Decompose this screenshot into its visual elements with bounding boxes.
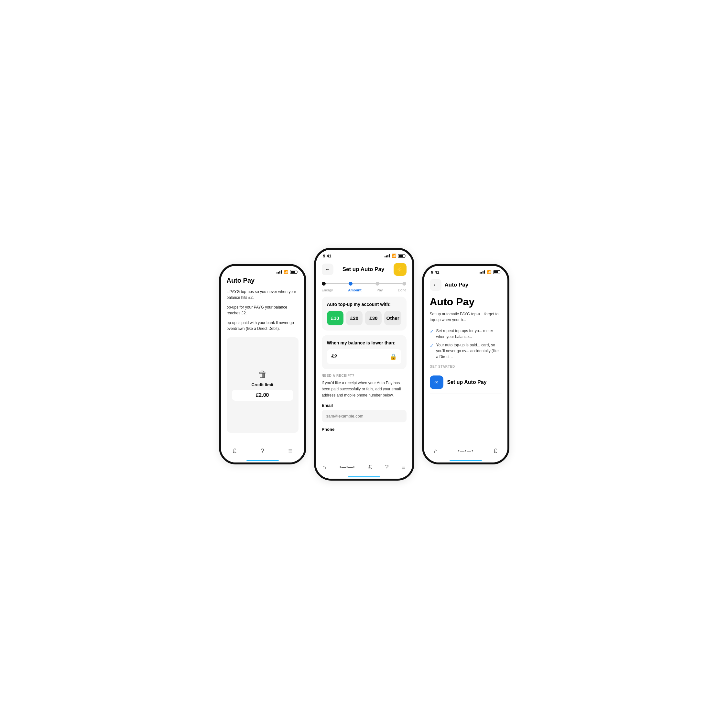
setup-btn-text: Set up Auto Pay — [447, 379, 487, 385]
nav-item-billing[interactable]: £ — [494, 447, 497, 455]
nav-item-usage[interactable]: •—•—• — [340, 464, 355, 470]
infinity-icon: ∞ — [434, 379, 439, 385]
nav-item-home[interactable]: ⌂ — [434, 447, 438, 455]
check-item-1-text: Set repeat top-ups for yo... meter when … — [436, 328, 502, 340]
nav-item-usage[interactable]: •—•—• — [458, 448, 474, 453]
trash-icon: 🗑 — [258, 369, 267, 380]
left-status-icons: 📶 — [277, 270, 297, 274]
amount-option-30[interactable]: £30 — [365, 311, 382, 325]
battery-icon — [290, 270, 297, 274]
left-body-text2: op-ups for your PAYG your balance reache… — [227, 304, 298, 316]
check-icon-2: ✓ — [430, 343, 434, 349]
back-icon: ← — [325, 266, 330, 272]
step-label-pay: Pay — [376, 288, 382, 292]
check-item-2: ✓ Your auto top-up is paid... card, so y… — [430, 342, 502, 359]
right-body: Auto Pay Set up automatic PAYG top-u... … — [424, 293, 508, 456]
amount-option-10[interactable]: £10 — [327, 311, 343, 325]
check-item-1: ✓ Set repeat top-ups for yo... meter whe… — [430, 328, 502, 340]
right-bottom-nav: ⌂ •—•—• £ — [424, 442, 508, 456]
center-status-bar: 9:41 📶 — [316, 250, 412, 260]
center-header: ← Set up Auto Pay ⚡ — [316, 260, 412, 278]
left-content: Auto Pay c PAYG top-ups so you never whe… — [221, 275, 304, 455]
battery-icon — [398, 254, 405, 258]
step-dot-pay — [375, 282, 379, 286]
amount-option-other[interactable]: Other — [384, 311, 401, 325]
check-item-2-text: Your auto top-up is paid... card, so you… — [436, 342, 502, 359]
setup-autopay-button[interactable]: ∞ Set up Auto Pay — [430, 371, 502, 394]
amount-card-title: Auto top-up my account with: — [327, 302, 401, 307]
step-label-done: Done — [398, 288, 406, 292]
center-status-icons: 📶 — [385, 254, 405, 258]
signal-icon — [277, 271, 282, 274]
center-bottom-nav: ⌂ •—•—• £ ? ≡ — [316, 458, 412, 472]
amount-options: £10 £20 £30 Other — [327, 311, 401, 325]
bolt-icon: ⚡ — [396, 266, 404, 273]
nav-item-help[interactable]: ? — [385, 463, 388, 471]
center-content: ← Set up Auto Pay ⚡ — [316, 260, 412, 472]
phone-right: 9:41 📶 ← Auto Pay Auto Pay Set up — [422, 264, 509, 464]
amount-card: Auto top-up my account with: £10 £20 £30… — [322, 297, 407, 330]
step-label-amount: Amount — [348, 288, 362, 292]
right-back-button[interactable]: ← — [430, 279, 442, 291]
right-header-title: Auto Pay — [445, 282, 469, 288]
step-dot-done — [402, 282, 406, 286]
nav-item-billing[interactable]: £ — [233, 447, 236, 455]
get-started-label: GET STARTED — [430, 365, 502, 369]
lock-icon: 🔒 — [390, 353, 397, 360]
left-bottom-nav: £ ? ≡ — [221, 442, 304, 462]
step-label-energy: Energy — [322, 288, 333, 292]
back-icon: ← — [433, 282, 438, 288]
center-time: 9:41 — [323, 254, 332, 258]
balance-value: £2 — [332, 354, 337, 359]
steps-line — [322, 282, 407, 286]
credit-limit-value: £2.00 — [232, 390, 293, 401]
nav-item-home[interactable]: ⌂ — [323, 463, 326, 471]
phone-field-label: Phone — [322, 427, 407, 432]
center-body: Auto top-up my account with: £10 £20 £30… — [316, 297, 412, 472]
nav-item-menu[interactable]: ≡ — [288, 447, 292, 455]
left-title: Auto Pay — [227, 275, 298, 284]
left-status-bar: 📶 — [221, 266, 304, 275]
step-dot-amount — [349, 282, 353, 286]
email-input[interactable] — [322, 410, 407, 422]
credit-limit-label: Credit limit — [252, 382, 274, 387]
autopay-subtitle: Set up automatic PAYG top-u... forget to… — [430, 311, 502, 323]
phone-center: 9:41 📶 ← Set up Auto Pay ⚡ — [314, 248, 414, 480]
step-line-2 — [353, 283, 375, 284]
wifi-icon: 📶 — [392, 254, 396, 258]
nav-item-menu[interactable]: ≡ — [402, 463, 405, 471]
wifi-icon: 📶 — [487, 270, 492, 274]
right-content: ← Auto Pay Auto Pay Set up automatic PAY… — [424, 276, 508, 456]
wifi-icon: 📶 — [284, 270, 289, 274]
left-body-text1: c PAYG top-ups so you never when your ba… — [227, 289, 298, 300]
nav-item-help[interactable]: ? — [261, 447, 264, 455]
autopay-big-title: Auto Pay — [430, 296, 502, 308]
right-time: 9:41 — [431, 270, 439, 275]
balance-card-title: When my balance is lower than: — [327, 340, 401, 346]
right-header: ← Auto Pay — [424, 276, 508, 293]
bolt-button[interactable]: ⚡ — [394, 263, 407, 276]
step-dot-energy — [322, 282, 326, 286]
receipt-label: NEED A RECEIPT? — [322, 374, 407, 378]
receipt-text: If you'd like a receipt when your Auto P… — [322, 380, 407, 399]
step-line-3 — [379, 283, 402, 284]
back-button[interactable]: ← — [322, 264, 333, 275]
right-status-bar: 9:41 📶 — [424, 266, 508, 276]
center-header-title: Set up Auto Pay — [343, 266, 385, 273]
progress-steps: Energy Amount Pay Done — [316, 278, 412, 297]
receipt-section: NEED A RECEIPT? If you'd like a receipt … — [322, 374, 407, 432]
autopay-icon: ∞ — [430, 375, 444, 389]
right-status-icons: 📶 — [480, 270, 500, 274]
amount-option-20[interactable]: £20 — [346, 311, 362, 325]
scene: 📶 Auto Pay c PAYG top-ups so you never w… — [186, 248, 542, 480]
left-body-text3: op-up is paid with your bank ll never go… — [227, 320, 298, 332]
balance-card: When my balance is lower than: £2 🔒 — [322, 335, 407, 369]
balance-input-row: £2 🔒 — [327, 349, 401, 364]
nav-item-billing[interactable]: £ — [368, 463, 372, 471]
signal-icon — [480, 271, 485, 274]
check-icon-1: ✓ — [430, 328, 434, 335]
email-field-label: Email — [322, 403, 407, 408]
signal-icon — [385, 254, 390, 257]
credit-limit-card: 🗑 Credit limit £2.00 — [227, 337, 298, 433]
step-line-1 — [326, 283, 349, 284]
